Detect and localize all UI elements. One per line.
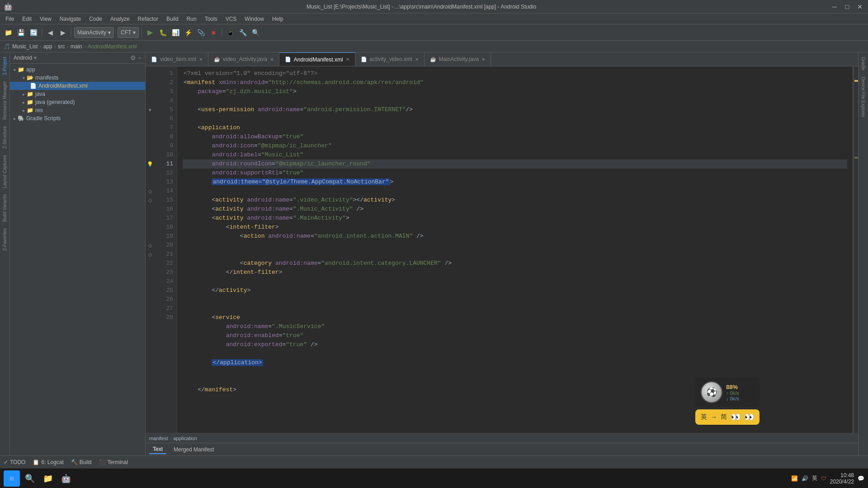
start-button[interactable]: ⊞ [4,470,20,487]
tab-close-video-activity[interactable]: ✕ [270,57,274,62]
line-num-28: 28 [155,313,173,322]
tab-icon-androidmanifest: 📄 [285,56,291,62]
forward-button[interactable]: ▶ [57,27,68,38]
code-line-33: </application> [183,358,847,367]
code-line-17: <activity android:name=".MainActivity"> [183,214,847,223]
menu-item-refactor[interactable]: Refactor [134,15,162,23]
favorites-tab[interactable]: 2-Favorites [1,225,8,253]
path-manifest[interactable]: manifest [149,436,168,441]
open-file-button[interactable]: 📁 [3,27,14,38]
tree-item-java[interactable]: ▸ 📁 java [10,90,145,98]
tab-video-activity[interactable]: ☕ video_Activity.java ✕ [208,52,279,66]
project-tab[interactable]: 1-Project [1,54,8,78]
tray-volume[interactable]: 🔊 [802,475,808,482]
search-taskbar-button[interactable]: 🔍 [22,470,38,487]
avd-button[interactable]: 📱 [225,27,236,38]
tab-close-mainactivity[interactable]: ✕ [481,57,485,62]
maximize-button[interactable]: □ [843,2,852,11]
ca-22: android:name [275,260,318,267]
breadcrumb-src[interactable]: src [58,43,65,50]
breadcrumb: 🎵 Music_List › app › src › main › Androi… [0,41,868,52]
tree-item-java-generated[interactable]: ▸ 📁 java (generated) [10,98,145,106]
tab-close-androidmanifest[interactable]: ✕ [346,57,349,62]
menu-item-code[interactable]: Code [85,15,106,23]
tab-text[interactable]: Text [149,445,166,454]
file-explorer-button[interactable]: 📁 [40,470,56,487]
cft-dropdown[interactable]: CFT ▾ [118,27,139,38]
code-line-12: android:supportsRtl="true" [183,169,847,178]
menu-item-window[interactable]: Window [241,15,268,23]
menu-item-tools[interactable]: Tools [201,15,221,23]
configuration-dropdown[interactable]: MainActivity ▾ [74,27,114,38]
terminal-tab[interactable]: ⬛ Terminal [99,459,128,465]
line-num-23: 23 [155,268,173,277]
settings-icon[interactable]: ⚙ [130,54,136,61]
tab-text-label: Text [153,446,163,452]
cb-19b: /> [416,233,424,239]
toolbar: 📁 💾 🔄 ◀ ▶ MainActivity ▾ CFT ▾ ▶ 🐛 📊 ⚡ 📎… [0,24,868,41]
collapse-icon[interactable]: − [138,54,142,61]
save-button[interactable]: 💾 [15,27,26,38]
chevron-icon[interactable]: ▾ [34,55,37,61]
speed-display: 88% ↑ 0k/s ↓ 0k/s [726,384,739,401]
tab-video-item[interactable]: 📄 video_item.xml ✕ [146,52,208,66]
tab-mainactivity[interactable]: ☕ MainActivity.java ✕ [425,52,491,66]
back-button[interactable]: ◀ [45,27,56,38]
tree-item-gradle[interactable]: ▸ 🐘 Gradle Scripts [10,114,145,122]
translator-widget[interactable]: 英 → 简 👀 👀 [695,409,760,425]
gradle-tab[interactable]: Gradle [860,54,867,73]
tab-close-video-item[interactable]: ✕ [199,57,203,62]
tree-item-androidmanifest[interactable]: 📄 AndroidManifest.xml [10,82,145,90]
build-variants-tab[interactable]: Build Variants [1,192,8,225]
breadcrumb-main[interactable]: main [71,43,82,50]
tree-item-app[interactable]: ▾ 📁 app [10,66,145,74]
coverage-button[interactable]: 📊 [170,27,181,38]
tree-arrow-javagen: ▸ [23,100,25,105]
tab-merged-manifest[interactable]: Merged Manifest [170,446,217,454]
notification-button[interactable]: 💬 [858,475,864,482]
menu-item-edit[interactable]: Edit [19,15,35,23]
close-button[interactable]: ✕ [855,2,864,11]
profile-button[interactable]: ⚡ [183,27,193,38]
breadcrumb-app[interactable]: app [43,43,52,50]
code-line-24 [183,277,847,286]
cb-13: > [390,178,394,185]
debug-button[interactable]: 🐛 [157,27,168,38]
tray-antivirus[interactable]: 🛡 [821,475,826,482]
menu-item-help[interactable]: Help [269,15,287,23]
breadcrumb-manifest[interactable]: AndroidManifest.xml [88,43,137,50]
menu-item-run[interactable]: Run [183,15,200,23]
resource-manager-tab[interactable]: Resource Manager [1,79,8,122]
minimize-button[interactable]: ─ [830,2,839,11]
attach-button[interactable]: 📎 [195,27,206,38]
line-num-24: 24 [155,277,173,286]
tree-label-gradle: Gradle Scripts [26,115,61,122]
menu-item-navigate[interactable]: Navigate [56,15,85,23]
build-tab[interactable]: 🔨 Build [71,459,92,465]
todo-tab[interactable]: ✓ TODO [4,459,25,465]
breadcrumb-music[interactable]: Music_List [12,43,38,50]
search-button[interactable]: 🔍 [250,27,261,38]
z-structure-tab[interactable]: Z-Structure [1,123,8,151]
menu-item-build[interactable]: Build [163,15,182,23]
menu-item-view[interactable]: View [36,15,55,23]
tab-close-activity-video[interactable]: ✕ [415,57,419,62]
tray-network[interactable]: 📶 [791,475,798,482]
layout-captures-tab[interactable]: Layout Captures [1,152,8,191]
tree-item-manifests[interactable]: ▾ 📂 manifests [10,74,145,82]
tree-item-res[interactable]: ▸ 📁 res [10,106,145,114]
sync-button[interactable]: 🔄 [28,27,39,38]
tab-androidmanifest[interactable]: 📄 AndroidManifest.xml ✕ [279,52,355,66]
path-application[interactable]: application [173,436,197,441]
android-studio-taskbar-button[interactable]: 🤖 [58,470,74,487]
menu-item-analyze[interactable]: Analyze [107,15,133,23]
sdk-button[interactable]: 🔧 [237,27,248,38]
tray-lang[interactable]: 英 [812,474,817,482]
device-file-explorer-tab[interactable]: Device File Explorer [860,74,867,120]
menu-item-file[interactable]: File [2,15,18,23]
tab-activity-video[interactable]: 📄 activity_video.xml ✕ [355,52,425,66]
menu-item-vcs[interactable]: VCS [222,15,241,23]
run-button[interactable]: ▶ [145,27,156,38]
stop-button[interactable]: ■ [208,27,219,38]
logcat-tab[interactable]: 📋 6: Logcat [33,459,63,465]
